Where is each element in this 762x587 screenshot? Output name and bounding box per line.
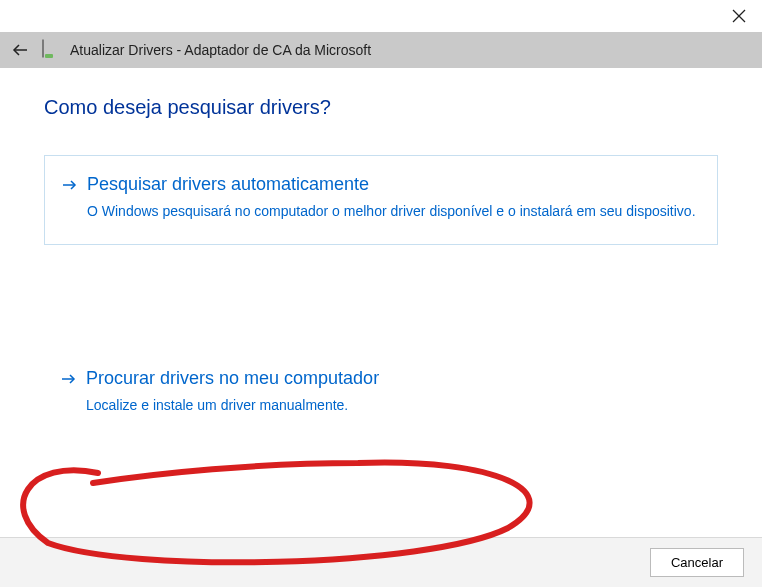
option-browse-title: Procurar drivers no meu computador	[86, 368, 379, 389]
option-browse-computer[interactable]: Procurar drivers no meu computador Local…	[44, 350, 718, 438]
header-row: Atualizar Drivers - Adaptador de CA da M…	[0, 32, 762, 68]
option-auto-title: Pesquisar drivers automaticamente	[87, 174, 369, 195]
option-auto-desc: O Windows pesquisará no computador o mel…	[87, 201, 699, 222]
back-arrow-icon[interactable]	[12, 42, 28, 58]
page-title: Atualizar Drivers - Adaptador de CA da M…	[70, 42, 371, 58]
question-heading: Como deseja pesquisar drivers?	[44, 96, 718, 119]
device-icon	[42, 40, 56, 60]
titlebar	[0, 0, 762, 32]
option-auto-search[interactable]: Pesquisar drivers automaticamente O Wind…	[44, 155, 718, 245]
content-area: Como deseja pesquisar drivers? Pesquisar…	[0, 68, 762, 537]
arrow-right-icon	[63, 178, 77, 192]
arrow-right-icon	[62, 372, 76, 386]
cancel-button[interactable]: Cancelar	[650, 548, 744, 577]
option-browse-desc: Localize e instale um driver manualmente…	[86, 395, 700, 416]
close-icon[interactable]	[732, 9, 746, 23]
footer-bar: Cancelar	[0, 537, 762, 587]
